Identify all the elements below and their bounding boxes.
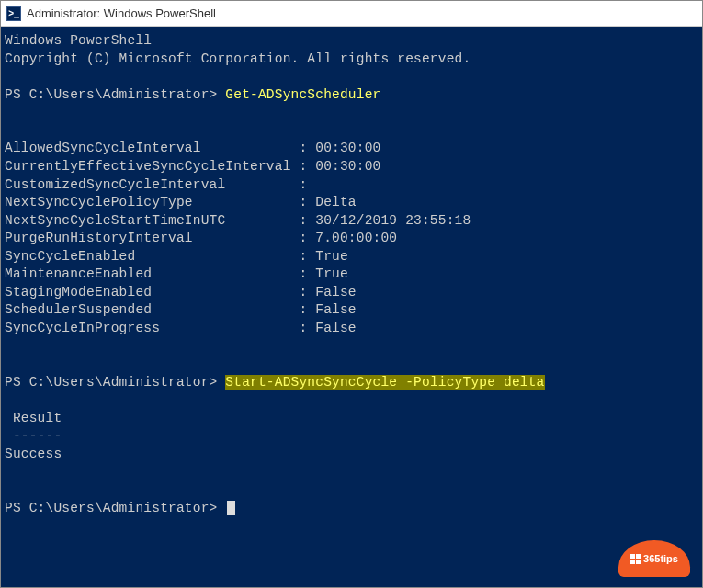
highlighted-command: Start-ADSyncSyncCycle -PolicyType delta [225, 375, 544, 390]
property-line: SyncCycleEnabled : True [5, 248, 698, 266]
terminal-line [5, 338, 698, 356]
window-title: Administrator: Windows PowerShell [27, 6, 216, 20]
property-line: MaintenanceEnabled : True [5, 266, 698, 284]
command-text: Get-ADSyncScheduler [225, 87, 380, 102]
result-divider: ------ [5, 427, 698, 446]
property-line: CustomizedSyncCycleInterval : [5, 176, 698, 195]
terminal-line: Windows PowerShell [5, 32, 698, 51]
office-icon [630, 554, 641, 564]
terminal-line [5, 104, 698, 122]
terminal-line [5, 391, 698, 410]
property-line: NextSyncCyclePolicyType : Delta [5, 194, 698, 212]
prompt-line: PS C:\Users\Administrator> [5, 500, 698, 518]
terminal-line [5, 464, 698, 482]
powershell-icon: >_ [6, 6, 21, 21]
prompt-line: PS C:\Users\Administrator> Start-ADSyncS… [5, 374, 698, 392]
terminal-line [5, 481, 698, 500]
terminal-line [5, 356, 698, 374]
prompt-line: PS C:\Users\Administrator> Get-ADSyncSch… [5, 86, 698, 105]
result-value: Success [5, 446, 698, 464]
titlebar[interactable]: >_ Administrator: Windows PowerShell [1, 1, 702, 27]
property-line: NextSyncCycleStartTimeInUTC : 30/12/2019… [5, 212, 698, 231]
terminal-area[interactable]: Windows PowerShellCopyright (C) Microsof… [1, 27, 702, 587]
terminal-line [5, 122, 698, 141]
property-line: AllowedSyncCycleInterval : 00:30:00 [5, 140, 698, 158]
property-line: PurgeRunHistoryInterval : 7.00:00:00 [5, 230, 698, 248]
powershell-window: >_ Administrator: Windows PowerShell Win… [0, 0, 703, 588]
powershell-icon-glyph: >_ [8, 8, 18, 18]
property-line: SchedulerSuspended : False [5, 301, 698, 320]
property-line: SyncCycleInProgress : False [5, 320, 698, 338]
watermark-text: 365tips [643, 553, 678, 564]
terminal-line [5, 68, 698, 86]
property-line: CurrentlyEffectiveSyncCycleInterval : 00… [5, 158, 698, 176]
terminal-line: Copyright (C) Microsoft Corporation. All… [5, 51, 698, 69]
property-line: StagingModeEnabled : False [5, 284, 698, 302]
cursor [227, 501, 235, 515]
result-header: Result [5, 410, 698, 428]
